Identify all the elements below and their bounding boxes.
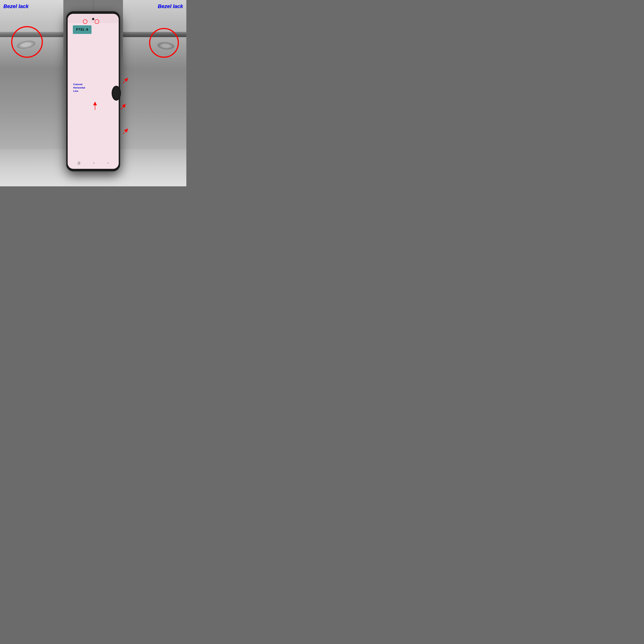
left-red-circle: [11, 26, 43, 58]
phone-screen: F731.6 Colored Horizontal Line ||| ○ ‹: [68, 14, 119, 169]
phone-top-bar: [68, 14, 119, 23]
phone-model-text: F731.6: [76, 28, 88, 31]
colored-line-annotation: Colored Horizontal Line: [73, 83, 85, 93]
finger-obstruction: [112, 86, 121, 101]
phone-bezel-indicator-1: [83, 19, 87, 24]
line-label: Line: [73, 90, 78, 92]
horizontal-label: Horizontal: [73, 86, 85, 89]
nav-bar: ||| ○ ‹: [68, 159, 119, 167]
left-panel: Bezel lack: [0, 0, 63, 69]
colored-label: Colored: [73, 83, 82, 86]
colored-line-text: Colored Horizontal Line: [73, 83, 85, 93]
nav-recents-icon: |||: [78, 161, 80, 165]
phone: F731.6 Colored Horizontal Line ||| ○ ‹: [66, 11, 120, 171]
camera-dot: [92, 18, 94, 20]
right-panel: Bezel lack: [123, 0, 186, 69]
phone-model-label: F731.6: [73, 25, 91, 34]
nav-home-icon: ○: [93, 161, 95, 165]
nav-back-icon: ‹: [108, 161, 109, 165]
right-bezel-label: Bezel lack: [158, 3, 183, 9]
phone-bezel-indicator-2: [95, 19, 99, 24]
right-red-circle: [149, 28, 179, 58]
left-bezel-label: Bezel lack: [3, 3, 29, 9]
